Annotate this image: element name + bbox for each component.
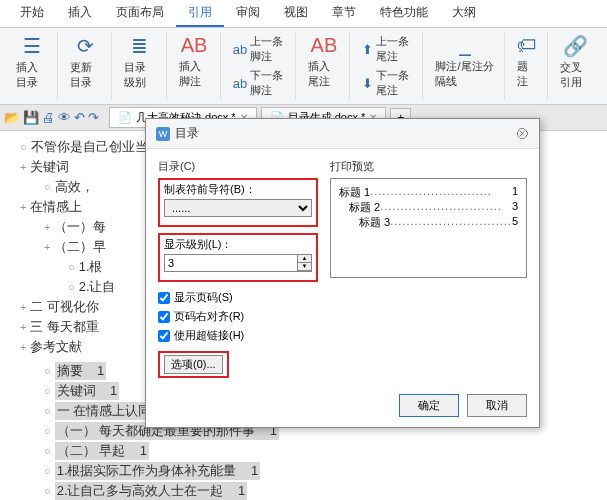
- ok-button[interactable]: 确定: [399, 394, 459, 417]
- bullet-icon: ○: [44, 425, 51, 437]
- level-label: 显示级别(L)：: [164, 237, 312, 252]
- bullet-icon: ○: [44, 485, 51, 497]
- options-button[interactable]: 选项(0)...: [164, 355, 223, 374]
- close-icon[interactable]: ⮾: [516, 126, 529, 141]
- hyperlink-checkbox[interactable]: [158, 330, 170, 342]
- dialog-titlebar: W目录 ⮾: [146, 119, 539, 149]
- toc-icon: ☰: [23, 34, 41, 58]
- prev-endnote-button[interactable]: ⬆上一条尾注: [358, 32, 416, 66]
- caption-button[interactable]: 🏷题注: [513, 32, 541, 91]
- next-icon: ⬇: [362, 76, 373, 91]
- right-align-checkbox[interactable]: [158, 311, 170, 323]
- leader-select[interactable]: ......: [164, 199, 312, 217]
- caption-icon: 🏷: [517, 34, 537, 57]
- preview-icon[interactable]: 👁: [58, 110, 71, 125]
- bullet-icon: ○: [44, 181, 51, 193]
- quick-access: 📂 💾 🖨 👁 ↶ ↷: [4, 110, 105, 125]
- endnote-icon: AB: [311, 34, 338, 57]
- next-icon: ab: [233, 76, 247, 91]
- bullet-icon: ○: [68, 281, 75, 293]
- redo-icon[interactable]: ↷: [88, 110, 99, 125]
- tab-references[interactable]: 引用: [176, 0, 224, 27]
- crossref-button[interactable]: 🔗交叉引用: [556, 32, 595, 92]
- bullet-icon: ○: [44, 465, 51, 477]
- bullet-icon: ○: [68, 261, 75, 273]
- outline-body-item[interactable]: ○2.让自己多与高效人士在一起 1: [20, 481, 587, 500]
- spin-down[interactable]: ▼: [298, 263, 311, 271]
- open-icon[interactable]: 📂: [4, 110, 20, 125]
- bullet-icon: +: [20, 161, 26, 173]
- bullet-icon: ○: [44, 365, 51, 377]
- sep-icon: ⎯: [459, 34, 471, 57]
- print-icon[interactable]: 🖨: [42, 110, 55, 125]
- update-toc-button[interactable]: ⟳更新目录: [66, 32, 105, 92]
- bullet-icon: +: [44, 241, 50, 253]
- undo-icon[interactable]: ↶: [74, 110, 85, 125]
- insert-toc-button[interactable]: ☰插入目录: [12, 32, 51, 92]
- tab-review[interactable]: 审阅: [224, 0, 272, 27]
- tab-chapter[interactable]: 章节: [320, 0, 368, 27]
- insert-footnote-button[interactable]: AB插入脚注: [175, 32, 214, 91]
- preview-box: 标题 1..............................1标题 2.…: [330, 178, 527, 278]
- preview-line: 标题 1..............................1: [339, 185, 518, 200]
- cancel-button[interactable]: 取消: [467, 394, 527, 417]
- dialog-title: 目录: [175, 125, 199, 142]
- level-input[interactable]: [164, 254, 298, 272]
- save-icon[interactable]: 💾: [23, 110, 39, 125]
- toc-level-button[interactable]: ≣目录级别: [120, 32, 159, 92]
- separator-button[interactable]: ⎯脚注/尾注分隔线: [431, 32, 497, 91]
- toc-dialog: W目录 ⮾ 目录(C) 制表符前导符(B)： ...... 显示级别(L)： ▲…: [145, 118, 540, 428]
- tab-view[interactable]: 视图: [272, 0, 320, 27]
- bullet-icon: ○: [44, 405, 51, 417]
- prev-icon: ⬆: [362, 42, 373, 57]
- bullet-icon: ○: [44, 445, 51, 457]
- refresh-icon: ⟳: [77, 34, 94, 58]
- bullet-icon: +: [20, 341, 26, 353]
- tab-features[interactable]: 特色功能: [368, 0, 440, 27]
- outline-body-item[interactable]: ○1.根据实际工作为身体补充能量 1: [20, 461, 587, 481]
- tab-outline[interactable]: 大纲: [440, 0, 488, 27]
- bullet-icon: +: [20, 301, 26, 313]
- preview-label: 打印预览: [330, 159, 527, 174]
- crossref-icon: 🔗: [563, 34, 588, 58]
- outline-body-item[interactable]: ○（二） 早起 1: [20, 441, 587, 461]
- preview-line: 标题 2..............................3: [339, 200, 518, 215]
- insert-endnote-button[interactable]: AB插入尾注: [304, 32, 343, 91]
- bullet-icon: ○: [20, 141, 27, 153]
- bullet-icon: +: [20, 201, 26, 213]
- bullet-icon: +: [44, 221, 50, 233]
- doc-icon: 📄: [118, 111, 132, 124]
- prev-icon: ab: [233, 42, 247, 57]
- leader-label: 制表符前导符(B)：: [164, 182, 312, 197]
- spin-up[interactable]: ▲: [298, 255, 311, 263]
- ribbon-tabs: 开始 插入 页面布局 引用 审阅 视图 章节 特色功能 大纲: [0, 0, 607, 28]
- app-icon: W: [156, 127, 170, 141]
- level-icon: ≣: [131, 34, 148, 58]
- footnote-icon: AB: [181, 34, 208, 57]
- prev-footnote-button[interactable]: ab上一条脚注: [229, 32, 290, 66]
- show-page-checkbox[interactable]: [158, 292, 170, 304]
- bullet-icon: ○: [44, 385, 51, 397]
- bullet-icon: +: [20, 321, 26, 333]
- ribbon-toolbar: ☰插入目录 ⟳更新目录 ≣目录级别 AB插入脚注 ab上一条脚注 ab下一条脚注…: [0, 28, 607, 105]
- tab-layout[interactable]: 页面布局: [104, 0, 176, 27]
- toc-tab-label: 目录(C): [158, 159, 318, 174]
- tab-start[interactable]: 开始: [8, 0, 56, 27]
- next-footnote-button[interactable]: ab下一条脚注: [229, 66, 290, 100]
- tab-insert[interactable]: 插入: [56, 0, 104, 27]
- preview-line: 标题 3..............................5: [339, 215, 518, 230]
- next-endnote-button[interactable]: ⬇下一条尾注: [358, 66, 416, 100]
